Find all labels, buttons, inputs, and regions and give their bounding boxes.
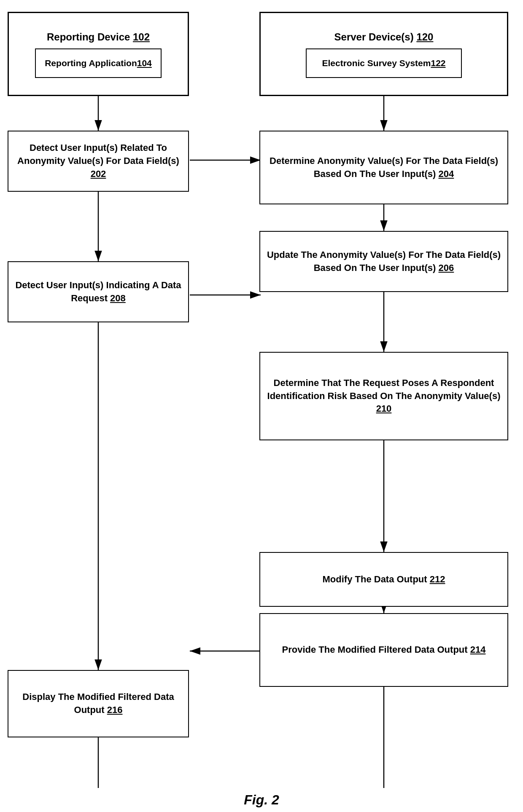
provide-modified-text: Provide The Modified Filtered Data Outpu…	[282, 643, 486, 657]
determine-risk-ref: 210	[376, 403, 392, 414]
reporting-device-label: Reporting Device 102	[47, 30, 150, 44]
fig-caption: Fig. 2	[181, 792, 342, 808]
determine-anonymity-ref: 204	[439, 169, 454, 179]
detect-data-request-box: Detect User Input(s) Indicating A Data R…	[8, 261, 189, 322]
survey-system-box: Electronic Survey System 122	[306, 48, 462, 78]
determine-risk-box: Determine That The Request Poses A Respo…	[259, 352, 508, 440]
provide-modified-box: Provide The Modified Filtered Data Outpu…	[259, 613, 508, 687]
detect-user-inputs-box: Detect User Input(s) Related To Anonymit…	[8, 131, 189, 192]
determine-risk-text: Determine That The Request Poses A Respo…	[266, 377, 501, 415]
reporting-application-box: Reporting Application 104	[35, 48, 162, 78]
determine-anonymity-box: Determine Anonymity Value(s) For The Dat…	[259, 131, 508, 204]
fig-caption-text: Fig. 2	[244, 792, 279, 807]
server-device-ref: 120	[416, 31, 433, 43]
reporting-app-ref: 104	[137, 57, 152, 69]
modify-output-text: Modify The Data Output 212	[323, 573, 445, 586]
server-device-outer-box: Server Device(s) 120 Electronic Survey S…	[259, 12, 508, 96]
detect-user-inputs-ref: 202	[91, 169, 106, 179]
reporting-device-ref: 102	[133, 31, 150, 43]
detect-user-inputs-text: Detect User Input(s) Related To Anonymit…	[14, 142, 182, 180]
determine-anonymity-text: Determine Anonymity Value(s) For The Dat…	[266, 155, 501, 181]
display-modified-box: Display The Modified Filtered Data Outpu…	[8, 670, 189, 737]
update-anonymity-text: Update The Anonymity Value(s) For The Da…	[266, 249, 501, 275]
detect-data-request-ref: 208	[110, 293, 126, 303]
update-anonymity-ref: 206	[439, 263, 454, 273]
display-modified-text: Display The Modified Filtered Data Outpu…	[14, 691, 182, 717]
update-anonymity-box: Update The Anonymity Value(s) For The Da…	[259, 231, 508, 292]
display-modified-ref: 216	[107, 705, 123, 715]
server-device-label: Server Device(s) 120	[334, 30, 434, 44]
reporting-device-outer-box: Reporting Device 102 Reporting Applicati…	[8, 12, 189, 96]
diagram-container: Reporting Device 102 Reporting Applicati…	[0, 0, 523, 812]
modify-output-ref: 212	[430, 574, 445, 584]
survey-system-ref: 122	[431, 57, 445, 69]
provide-modified-ref: 214	[470, 644, 486, 655]
detect-data-request-text: Detect User Input(s) Indicating A Data R…	[14, 279, 182, 305]
modify-output-box: Modify The Data Output 212	[259, 552, 508, 607]
